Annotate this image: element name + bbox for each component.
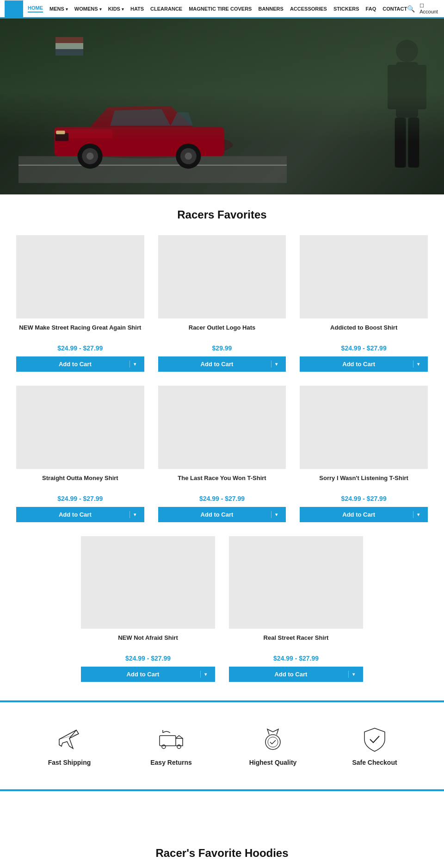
spacer xyxy=(0,800,444,819)
product-name-6: NEW Not Afraid Shirt xyxy=(118,634,178,651)
product-price-2: $24.99 - $27.99 xyxy=(341,344,387,352)
product-name-2: Addicted to Boost Shirt xyxy=(330,324,397,341)
product-card-6: NEW Not Afraid Shirt $24.99 - $27.99 Add… xyxy=(74,531,222,691)
shield-icon xyxy=(361,725,388,753)
blue-divider-top xyxy=(0,700,444,702)
product-card-0: NEW Make Street Racing Great Again Shirt… xyxy=(9,231,151,381)
search-icon[interactable]: 🔍 xyxy=(407,5,415,12)
nav-hats[interactable]: HATS xyxy=(130,6,144,12)
fast-shipping-label: Fast Shipping xyxy=(48,759,91,766)
add-to-cart-button-5[interactable]: Add to Cart ▾ xyxy=(300,507,428,522)
svg-point-24 xyxy=(177,745,181,749)
svg-rect-22 xyxy=(160,736,176,746)
hero-banner xyxy=(0,19,444,194)
racers-favorites-title: Racers Favorites xyxy=(0,208,444,221)
product-card-3: Straight Outta Money Shirt $24.99 - $27.… xyxy=(9,381,151,531)
svg-point-13 xyxy=(185,153,192,160)
product-name-7: Real Street Racer Shirt xyxy=(264,634,329,651)
add-to-cart-button-4[interactable]: Add to Cart ▾ xyxy=(158,507,286,522)
svg-point-26 xyxy=(268,737,278,747)
feature-easy-returns: Easy Returns xyxy=(134,725,208,766)
feature-highest-quality: Highest Quality xyxy=(236,725,310,766)
add-to-cart-button-6[interactable]: Add to Cart ▾ xyxy=(81,667,215,682)
add-to-cart-button-1[interactable]: Add to Cart ▾ xyxy=(158,356,286,372)
nav-accessories[interactable]: ACCESSORIES xyxy=(290,6,327,12)
product-image-4 xyxy=(158,386,286,469)
product-price-1: $29.99 xyxy=(212,344,232,352)
cart-btn-caret-4[interactable]: ▾ xyxy=(271,511,281,518)
blue-divider-bottom xyxy=(0,789,444,791)
products-grid-row1: NEW Make Street Racing Great Again Shirt… xyxy=(0,231,444,381)
product-image-5 xyxy=(300,386,428,469)
easy-returns-label: Easy Returns xyxy=(150,759,191,766)
product-price-0: $24.99 - $27.99 xyxy=(57,344,103,352)
account-link[interactable]: ☐ Account xyxy=(419,3,440,14)
cart-btn-caret-5[interactable]: ▾ xyxy=(413,511,423,518)
product-price-4: $24.99 - $27.99 xyxy=(199,495,245,502)
product-name-1: Racer Outlet Logo Hats xyxy=(189,324,255,341)
product-image-7 xyxy=(229,536,363,629)
feature-safe-checkout: Safe Checkout xyxy=(338,725,412,766)
highest-quality-label: Highest Quality xyxy=(249,759,297,766)
product-card-2: Addicted to Boost Shirt $24.99 - $27.99 … xyxy=(293,231,435,381)
product-card-4: The Last Race You Won T-Shirt $24.99 - $… xyxy=(151,381,293,531)
returns-icon xyxy=(157,725,185,753)
nav-banners[interactable]: BANNERS xyxy=(258,6,283,12)
product-card-5: Sorry I Wasn't Listening T-Shirt $24.99 … xyxy=(293,381,435,531)
plane-icon xyxy=(56,725,83,753)
cart-btn-caret-0[interactable]: ▾ xyxy=(130,361,140,368)
nav-home[interactable]: HOME xyxy=(28,5,43,12)
cart-btn-caret-1[interactable]: ▾ xyxy=(271,361,281,368)
nav-faq[interactable]: FAQ xyxy=(366,6,376,12)
add-to-cart-button-7[interactable]: Add to Cart ▾ xyxy=(229,667,363,682)
cart-btn-caret-3[interactable]: ▾ xyxy=(130,511,140,518)
product-image-2 xyxy=(300,235,428,318)
hoodies-title: Racer's Favorite Hoodies xyxy=(0,847,444,860)
products-grid-row2: Straight Outta Money Shirt $24.99 - $27.… xyxy=(0,381,444,531)
cart-btn-caret-6[interactable]: ▾ xyxy=(200,671,210,678)
feature-fast-shipping: Fast Shipping xyxy=(32,725,106,766)
product-name-4: The Last Race You Won T-Shirt xyxy=(178,475,266,491)
navbar: HOME MENS ▾ WOMENS ▾ KIDS ▾ HATS CLEARAN… xyxy=(0,0,444,19)
nav-womens[interactable]: WOMENS ▾ xyxy=(74,6,102,12)
cart-btn-caret-7[interactable]: ▾ xyxy=(348,671,358,678)
features-section: Fast Shipping Easy Returns Highest Quali… xyxy=(0,712,444,780)
product-name-5: Sorry I Wasn't Listening T-Shirt xyxy=(319,475,408,491)
nav-clearance[interactable]: CLEARANCE xyxy=(150,6,182,12)
hoodies-section: Racer's Favorite Hoodies xyxy=(0,819,444,868)
product-image-6 xyxy=(81,536,215,629)
product-card-1: Racer Outlet Logo Hats $29.99 Add to Car… xyxy=(151,231,293,381)
cart-btn-caret-2[interactable]: ▾ xyxy=(413,361,423,368)
nav-stickers[interactable]: STICKERS xyxy=(333,6,359,12)
product-card-7: Real Street Racer Shirt $24.99 - $27.99 … xyxy=(222,531,370,691)
medal-icon xyxy=(259,725,287,753)
hero-trees xyxy=(0,19,444,142)
product-name-0: NEW Make Street Racing Great Again Shirt xyxy=(19,324,141,341)
product-image-0 xyxy=(16,235,144,318)
nav-magnetic-tire-covers[interactable]: MAGNETIC TIRE COVERS xyxy=(189,6,252,12)
product-name-3: Straight Outta Money Shirt xyxy=(42,475,118,491)
svg-point-23 xyxy=(162,745,166,749)
product-price-7: $24.99 - $27.99 xyxy=(273,655,319,662)
safe-checkout-label: Safe Checkout xyxy=(352,759,397,766)
svg-point-10 xyxy=(86,153,93,160)
product-image-1 xyxy=(158,235,286,318)
nav-links: HOME MENS ▾ WOMENS ▾ KIDS ▾ HATS CLEARAN… xyxy=(28,5,407,12)
nav-logo[interactable] xyxy=(5,0,23,17)
product-price-5: $24.99 - $27.99 xyxy=(341,495,387,502)
nav-contact[interactable]: CONTACT xyxy=(382,6,407,12)
nav-right: 🔍 ☐ Account 0 xyxy=(407,2,444,16)
product-price-3: $24.99 - $27.99 xyxy=(57,495,103,502)
nav-mens[interactable]: MENS ▾ xyxy=(49,6,68,12)
nav-kids[interactable]: KIDS ▾ xyxy=(108,6,124,12)
svg-rect-0 xyxy=(18,156,287,183)
add-to-cart-button-3[interactable]: Add to Cart ▾ xyxy=(16,507,144,522)
product-price-6: $24.99 - $27.99 xyxy=(125,655,171,662)
add-to-cart-button-0[interactable]: Add to Cart ▾ xyxy=(16,356,144,372)
hero-background xyxy=(0,19,444,194)
product-image-3 xyxy=(16,386,144,469)
add-to-cart-button-2[interactable]: Add to Cart ▾ xyxy=(300,356,428,372)
products-grid-row3: NEW Not Afraid Shirt $24.99 - $27.99 Add… xyxy=(0,531,444,691)
